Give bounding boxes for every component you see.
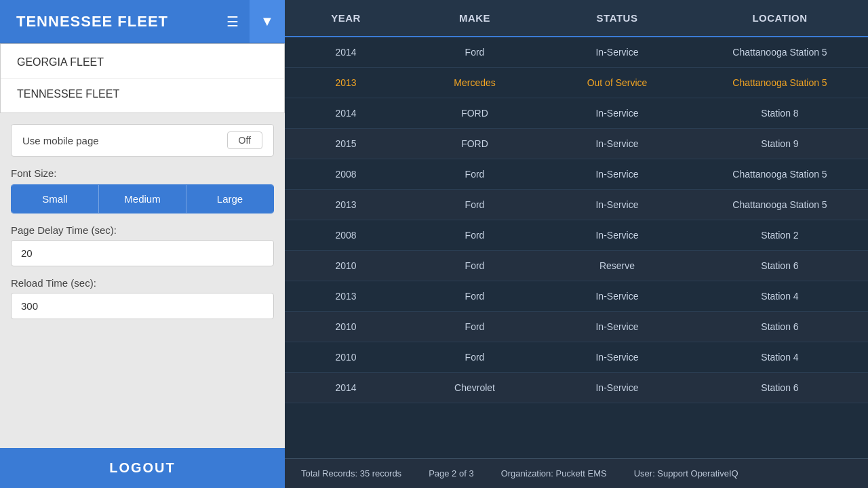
organization: Organization: Puckett EMS xyxy=(501,468,607,479)
table-row: 2008FordIn-ServiceChattanooga Station 5 xyxy=(285,159,868,190)
cell-make: Ford xyxy=(407,220,542,250)
table-header: YEARMAKESTATUSLOCATION xyxy=(285,0,868,37)
cell-location: Station 6 xyxy=(692,312,868,342)
user: User: Support OperativeIQ xyxy=(634,468,738,479)
fleet-title: TENNESSEE FLEET xyxy=(0,13,216,30)
cell-status: In-Service xyxy=(542,190,692,220)
mobile-toggle-label: Use mobile page xyxy=(22,135,99,146)
cell-location: Station 9 xyxy=(692,129,868,159)
cell-make: Ford xyxy=(407,159,542,189)
dropdown-arrow-button[interactable]: ▼ xyxy=(250,0,285,43)
cell-make: Chevrolet xyxy=(407,373,542,403)
dropdown-item[interactable]: GEORGIA FLEET xyxy=(1,47,284,79)
left-panel: TENNESSEE FLEET ☰ ▼ GEORGIA FLEETTENNESS… xyxy=(0,0,285,488)
cell-make: Mercedes xyxy=(407,68,542,98)
cell-year: 2008 xyxy=(285,220,407,250)
cell-status: In-Service xyxy=(542,312,692,342)
font-size-buttons: SmallMediumLarge xyxy=(11,184,274,214)
header-cell-make: MAKE xyxy=(407,0,542,36)
mobile-toggle-button[interactable]: Off xyxy=(227,131,262,149)
table-row: 2010FordIn-ServiceStation 4 xyxy=(285,342,868,373)
main-layout: TENNESSEE FLEET ☰ ▼ GEORGIA FLEETTENNESS… xyxy=(0,0,868,488)
cell-status: In-Service xyxy=(542,159,692,189)
cell-location: Chattanooga Station 5 xyxy=(692,159,868,189)
cell-year: 2010 xyxy=(285,251,407,281)
cell-year: 2013 xyxy=(285,190,407,220)
table-footer: Total Records: 35 records Page 2 of 3 Or… xyxy=(285,458,868,488)
cell-status: Out of Service xyxy=(542,68,692,98)
cell-year: 2013 xyxy=(285,281,407,311)
cell-location: Station 2 xyxy=(692,220,868,250)
logout-button[interactable]: LOGOUT xyxy=(0,448,285,488)
table-row: 2010FordIn-ServiceStation 6 xyxy=(285,312,868,342)
cell-make: Ford xyxy=(407,251,542,281)
fleet-dropdown-menu: GEORGIA FLEETTENNESSEE FLEET xyxy=(0,43,285,113)
table-row: 2014FordIn-ServiceChattanooga Station 5 xyxy=(285,37,868,68)
table-row: 2013FordIn-ServiceChattanooga Station 5 xyxy=(285,190,868,220)
cell-location: Chattanooga Station 5 xyxy=(692,190,868,220)
table-row: 2014FORDIn-ServiceStation 8 xyxy=(285,98,868,129)
header-cell-location: LOCATION xyxy=(692,0,868,36)
page-delay-input[interactable] xyxy=(11,240,274,266)
mobile-toggle-row: Use mobile page Off xyxy=(11,124,274,157)
cell-status: In-Service xyxy=(542,373,692,403)
header-cell-status: STATUS xyxy=(542,0,692,36)
table-body: 2014FordIn-ServiceChattanooga Station 52… xyxy=(285,37,868,458)
cell-year: 2014 xyxy=(285,37,407,67)
cell-make: FORD xyxy=(407,129,542,159)
page-number: Page 2 of 3 xyxy=(429,468,474,479)
table-row: 2008FordIn-ServiceStation 2 xyxy=(285,220,868,251)
table-row: 2010FordReserveStation 6 xyxy=(285,251,868,281)
reload-time-label: Reload Time (sec): xyxy=(11,277,274,289)
cell-year: 2013 xyxy=(285,68,407,98)
total-records: Total Records: 35 records xyxy=(301,468,401,479)
font-size-btn-medium[interactable]: Medium xyxy=(99,185,186,213)
cell-location: Station 4 xyxy=(692,342,868,372)
fleet-dropdown-header: TENNESSEE FLEET ☰ ▼ xyxy=(0,0,285,43)
cell-status: In-Service xyxy=(542,129,692,159)
settings-area: Use mobile page Off Font Size: SmallMedi… xyxy=(0,113,285,448)
cell-location: Chattanooga Station 5 xyxy=(692,68,868,98)
cell-location: Station 8 xyxy=(692,98,868,128)
cell-make: Ford xyxy=(407,190,542,220)
hamburger-button[interactable]: ☰ xyxy=(216,5,250,38)
cell-year: 2010 xyxy=(285,312,407,342)
table-row: 2015FORDIn-ServiceStation 9 xyxy=(285,129,868,159)
cell-make: Ford xyxy=(407,342,542,372)
page-delay-label: Page Delay Time (sec): xyxy=(11,224,274,236)
cell-location: Station 6 xyxy=(692,373,868,403)
cell-year: 2008 xyxy=(285,159,407,189)
page-delay-section: Page Delay Time (sec): xyxy=(11,224,274,266)
font-size-btn-small[interactable]: Small xyxy=(12,185,99,213)
cell-status: In-Service xyxy=(542,37,692,67)
cell-make: Ford xyxy=(407,281,542,311)
reload-time-section: Reload Time (sec): xyxy=(11,277,274,319)
cell-year: 2014 xyxy=(285,373,407,403)
cell-year: 2010 xyxy=(285,342,407,372)
cell-status: In-Service xyxy=(542,342,692,372)
dropdown-item[interactable]: TENNESSEE FLEET xyxy=(1,79,284,110)
cell-make: Ford xyxy=(407,312,542,342)
cell-status: In-Service xyxy=(542,98,692,128)
cell-status: In-Service xyxy=(542,281,692,311)
cell-make: Ford xyxy=(407,37,542,67)
cell-year: 2015 xyxy=(285,129,407,159)
right-panel: YEARMAKESTATUSLOCATION 2014FordIn-Servic… xyxy=(285,0,868,488)
cell-location: Station 6 xyxy=(692,251,868,281)
font-size-section: Font Size: SmallMediumLarge xyxy=(11,167,274,214)
font-size-btn-large[interactable]: Large xyxy=(186,185,273,213)
font-size-label: Font Size: xyxy=(11,167,274,179)
table-row: 2013FordIn-ServiceStation 4 xyxy=(285,281,868,312)
table-row: 2013MercedesOut of ServiceChattanooga St… xyxy=(285,68,868,98)
cell-year: 2014 xyxy=(285,98,407,128)
table-row: 2014ChevroletIn-ServiceStation 6 xyxy=(285,373,868,403)
cell-location: Station 4 xyxy=(692,281,868,311)
header-cell-year: YEAR xyxy=(285,0,407,36)
reload-time-input[interactable] xyxy=(11,293,274,319)
cell-status: Reserve xyxy=(542,251,692,281)
cell-location: Chattanooga Station 5 xyxy=(692,37,868,67)
cell-status: In-Service xyxy=(542,220,692,250)
cell-make: FORD xyxy=(407,98,542,128)
